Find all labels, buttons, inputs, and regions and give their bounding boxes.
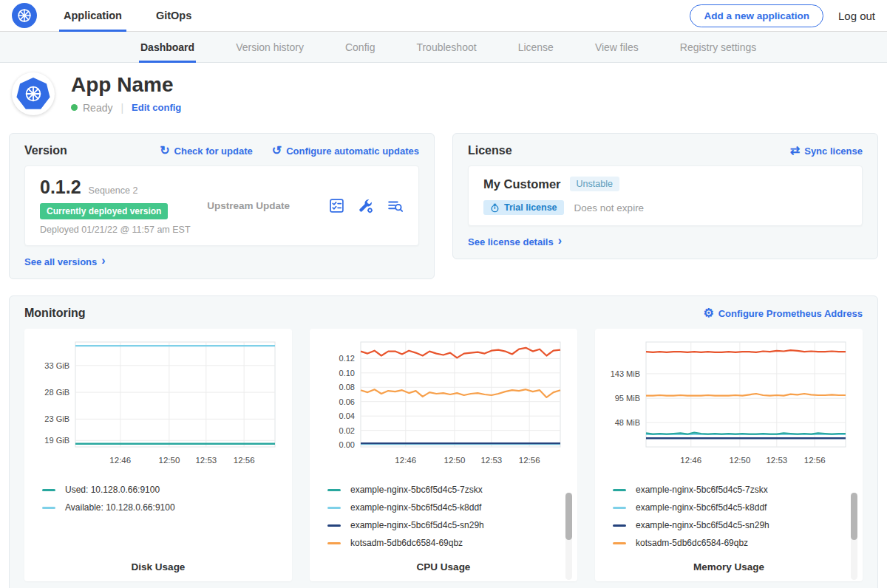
legend-item: example-nginx-5bc6f5d4c5-sn29h <box>327 520 567 530</box>
subnav-tab-config[interactable]: Config <box>344 32 376 62</box>
chart-legend: example-nginx-5bc6f5d4c5-7zskxexample-ng… <box>613 485 852 555</box>
legend-color-dash <box>613 542 626 544</box>
svg-text:143 MiB: 143 MiB <box>611 369 640 378</box>
svg-text:28 GiB: 28 GiB <box>44 388 69 397</box>
chart-title: Memory Usage <box>601 555 857 572</box>
status-text: Ready <box>83 102 112 114</box>
subnav-tab-dashboard[interactable]: Dashboard <box>139 32 196 62</box>
legend-color-dash <box>42 489 55 491</box>
topnav-tab-application[interactable]: Application <box>59 0 126 31</box>
svg-text:12:56: 12:56 <box>234 456 255 465</box>
legend-item: kotsadm-5db6dc6584-69qbz <box>327 538 567 548</box>
version-number: 0.1.2 <box>40 177 81 198</box>
subnav-tab-version-history[interactable]: Version history <box>234 32 305 62</box>
legend-scrollbar[interactable] <box>565 493 572 580</box>
svg-text:12:46: 12:46 <box>109 456 131 465</box>
svg-text:12:50: 12:50 <box>730 456 751 465</box>
chart-legend: example-nginx-5bc6f5d4c5-7zskxexample-ng… <box>327 485 567 555</box>
license-card-title: License <box>468 144 512 157</box>
svg-text:23 GiB: 23 GiB <box>44 414 69 423</box>
svg-text:12:53: 12:53 <box>480 456 502 465</box>
legend-scrollbar-thumb[interactable] <box>565 493 572 540</box>
top-nav: ApplicationGitOps Add a new application … <box>0 0 887 32</box>
app-logo <box>12 72 55 115</box>
topnav-tab-gitops[interactable]: GitOps <box>152 0 196 31</box>
edit-config-link[interactable]: Edit config <box>132 102 181 113</box>
legend-scrollbar-thumb[interactable] <box>851 493 857 540</box>
clock-refresh-icon: ↺ <box>272 145 282 157</box>
add-application-button[interactable]: Add a new application <box>690 4 823 27</box>
legend-item: example-nginx-5bc6f5d4c5-7zskx <box>327 485 567 495</box>
chevron-right-icon: › <box>558 234 562 247</box>
sync-license-link[interactable]: ⇄ Sync license <box>790 145 863 157</box>
legend-label: Available: 10.128.0.66:9100 <box>65 502 175 513</box>
subnav-tab-license[interactable]: License <box>517 32 555 62</box>
version-card-title: Version <box>24 144 67 157</box>
svg-text:12:46: 12:46 <box>395 456 416 465</box>
see-all-versions-link[interactable]: See all versions › <box>24 255 106 268</box>
legend-color-dash <box>327 542 341 544</box>
logout-link[interactable]: Log out <box>838 10 875 22</box>
svg-text:12:56: 12:56 <box>804 456 826 465</box>
divider: | <box>120 102 123 114</box>
deployed-timestamp: Deployed 01/21/22 @ 11:57 am EST <box>40 225 207 235</box>
legend-scrollbar[interactable] <box>851 493 857 580</box>
svg-text:0.04: 0.04 <box>339 411 355 420</box>
license-card: License ⇄ Sync license My Customer Unsta… <box>452 133 878 259</box>
customer-name: My Customer <box>483 177 561 191</box>
legend-label: example-nginx-5bc6f5d4c5-7zskx <box>636 485 768 495</box>
cpu-usage-chart-card: 0.000.020.040.060.080.100.1212:4612:5012… <box>310 329 577 581</box>
license-type-badge: Trial license <box>483 200 564 215</box>
sync-arrows-icon: ⇄ <box>790 145 800 157</box>
chart-legend: Used: 10.128.0.66:9100Available: 10.128.… <box>42 485 282 520</box>
status-dot <box>71 104 78 111</box>
legend-color-dash <box>327 524 341 527</box>
charts-row: 19 GiB23 GiB28 GiB33 GiB12:4612:5012:531… <box>24 329 863 581</box>
svg-text:12:53: 12:53 <box>195 456 217 465</box>
legend-label: example-nginx-5bc6f5d4c5-sn29h <box>350 520 484 530</box>
svg-text:12:50: 12:50 <box>444 456 466 465</box>
svg-text:48 MiB: 48 MiB <box>615 418 640 427</box>
preflight-checks-icon[interactable] <box>329 198 344 213</box>
license-expiration: Does not expire <box>574 202 645 213</box>
view-logs-icon[interactable] <box>387 198 404 214</box>
app-header: App Name Ready | Edit config <box>0 63 887 127</box>
legend-item: example-nginx-5bc6f5d4c5-k8ddf <box>327 502 567 513</box>
sequence-label: Sequence 2 <box>89 185 138 196</box>
configure-automatic-updates-link[interactable]: ↺ Configure automatic updates <box>272 145 419 157</box>
svg-text:12:56: 12:56 <box>519 456 540 465</box>
topnav-tabs: ApplicationGitOps <box>59 0 221 31</box>
configure-prometheus-link[interactable]: ⚙ Configure Prometheus Address <box>703 307 863 319</box>
chart-title: CPU Usage <box>316 555 571 572</box>
subnav-tab-troubleshoot[interactable]: Troubleshoot <box>415 32 478 62</box>
disk-usage-plot: 19 GiB23 GiB28 GiB33 GiB12:4612:5012:531… <box>30 335 286 482</box>
legend-item: example-nginx-5bc6f5d4c5-7zskx <box>613 485 852 495</box>
cpu-usage-plot: 0.000.020.040.060.080.100.1212:4612:5012… <box>316 335 571 482</box>
subnav-tab-view-files[interactable]: View files <box>594 32 640 62</box>
version-card: Version ↻ Check for update ↺ Configure a… <box>9 133 435 279</box>
svg-text:0.00: 0.00 <box>339 440 355 449</box>
legend-color-dash <box>613 507 626 509</box>
svg-text:12:46: 12:46 <box>680 456 701 465</box>
chevron-right-icon: › <box>101 254 105 267</box>
svg-text:0.12: 0.12 <box>339 354 355 363</box>
subnav-tab-registry-settings[interactable]: Registry settings <box>679 32 758 62</box>
config-wrench-icon[interactable] <box>358 198 374 214</box>
legend-label: Used: 10.128.0.66:9100 <box>65 485 160 495</box>
legend-item: Used: 10.128.0.66:9100 <box>42 485 282 495</box>
check-for-update-link[interactable]: ↻ Check for update <box>160 145 253 157</box>
disk-usage-chart-card: 19 GiB23 GiB28 GiB33 GiB12:4612:5012:531… <box>24 329 292 581</box>
see-license-details-link[interactable]: See license details › <box>468 235 562 248</box>
legend-color-dash <box>613 524 626 527</box>
chart-title: Disk Usage <box>30 555 286 572</box>
memory-usage-plot: 48 MiB95 MiB143 MiB12:4612:5012:5312:56 <box>601 335 857 482</box>
legend-label: example-nginx-5bc6f5d4c5-k8ddf <box>350 502 481 513</box>
app-name-title: App Name <box>71 74 181 97</box>
svg-text:33 GiB: 33 GiB <box>44 361 69 370</box>
legend-item: Available: 10.128.0.66:9100 <box>42 502 282 513</box>
svg-text:12:50: 12:50 <box>159 456 180 465</box>
svg-text:0.08: 0.08 <box>339 383 355 392</box>
legend-color-dash <box>613 489 626 491</box>
legend-label: example-nginx-5bc6f5d4c5-k8ddf <box>636 502 767 513</box>
legend-item: example-nginx-5bc6f5d4c5-k8ddf <box>613 502 852 513</box>
